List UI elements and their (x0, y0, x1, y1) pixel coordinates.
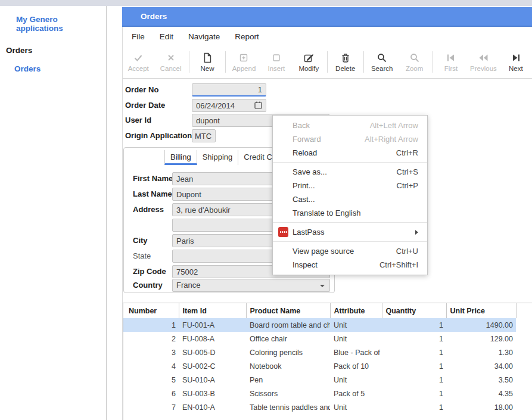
insert-button[interactable]: Insert (260, 52, 293, 72)
sidebar: My Genero applications Orders Orders (0, 6, 107, 420)
sidebar-group-orders[interactable]: Orders (6, 46, 106, 55)
window-titlebar: Orders (122, 7, 532, 27)
lastpass-icon (278, 227, 288, 237)
rewind-icon (478, 52, 489, 63)
check-icon (133, 52, 144, 63)
column-header-stub (516, 303, 532, 318)
table-header-row: Number Item Id Product Name Attribute Qu… (123, 303, 532, 318)
last-name-label: Last Name (133, 188, 172, 201)
zoom-button[interactable]: Zoom (398, 52, 430, 72)
table-row[interactable]: 7 EN-010-A Table tennis paddles and Unit… (123, 400, 532, 414)
column-header-number[interactable]: Number (123, 303, 179, 318)
modify-button[interactable]: Modify (293, 52, 325, 72)
next-button[interactable]: Next (500, 52, 532, 72)
sidebar-item-orders[interactable]: Orders (14, 64, 106, 73)
menu-edit[interactable]: Edit (158, 30, 175, 43)
first-button[interactable]: First (435, 52, 467, 72)
append-button[interactable]: Append (228, 52, 260, 72)
context-menu-item-print[interactable]: Print... Ctrl+P (273, 179, 427, 192)
column-header-attribute[interactable]: Attribute (330, 303, 382, 318)
plus-box-icon (238, 52, 249, 63)
city-label: City (133, 234, 148, 247)
skip-first-icon (446, 52, 456, 63)
country-select[interactable]: France (172, 279, 330, 292)
shortcut: Ctrl+S (397, 167, 418, 176)
order-no-input[interactable] (192, 83, 266, 97)
new-button[interactable]: New (191, 52, 223, 72)
table-row[interactable]: 6 SU-003-B Scissors Pack of 5 1 4.35 (123, 387, 532, 400)
order-no-label: Order No (125, 83, 158, 97)
address-label: Address (133, 203, 164, 216)
origin-application-input[interactable] (192, 129, 216, 142)
tab-shipping[interactable]: Shipping (197, 150, 239, 165)
context-menu-item-translate[interactable]: Translate to English (273, 206, 427, 220)
table-row[interactable]: 4 SU-002-C Notebook Pack of 10 1 34.00 (123, 359, 532, 373)
menu-file[interactable]: File (130, 30, 147, 43)
menu-separator (273, 162, 427, 163)
context-menu-item-save-as[interactable]: Save as... Ctrl+S (273, 165, 427, 179)
zip-code-label: Zip Code (133, 265, 166, 278)
first-name-label: First Name (133, 172, 173, 185)
search-button[interactable]: Search (366, 52, 398, 72)
chevron-down-icon (320, 285, 325, 287)
context-menu-item-back[interactable]: Back Alt+Left Arrow (273, 119, 427, 132)
order-lines-table: Number Item Id Product Name Attribute Qu… (123, 303, 532, 420)
new-document-icon (202, 52, 213, 63)
window-top-strip (0, 0, 532, 6)
toolbar: Accept Cancel New Append Insert Modify D… (122, 46, 532, 79)
context-menu-item-view-page-source[interactable]: View page source Ctrl+U (273, 244, 427, 258)
sidebar-title-link[interactable]: My Genero applications (16, 15, 106, 33)
shortcut: Ctrl+Shift+I (379, 260, 418, 269)
column-header-unit-price[interactable]: Unit Price (446, 303, 516, 318)
delete-button[interactable]: Delete (329, 52, 362, 72)
table-row[interactable]: 5 SU-010-A Pen Unit 1 3.50 (123, 373, 532, 387)
x-icon (166, 52, 176, 63)
toolbar-separator (433, 51, 433, 73)
column-header-item-id[interactable]: Item Id (179, 303, 246, 318)
shortcut: Ctrl+R (396, 148, 418, 157)
column-header-quantity[interactable]: Quantity (382, 303, 446, 318)
menu-report[interactable]: Report (233, 30, 261, 43)
magnifier-icon (377, 52, 387, 63)
shortcut: Alt+Left Arrow (370, 121, 418, 130)
shortcut: Ctrl+U (396, 247, 418, 256)
context-menu-item-forward[interactable]: Forward Alt+Right Arrow (273, 132, 427, 146)
state-label: State (133, 250, 151, 263)
column-header-product-name[interactable]: Product Name (246, 303, 330, 318)
page-title: Orders (141, 12, 167, 21)
menu-separator (273, 241, 427, 242)
table-row[interactable]: 1 FU-001-A Board room table and ch Unit … (123, 318, 532, 332)
shortcut: Alt+Right Arrow (365, 135, 418, 144)
tab-strip: Billing Shipping Credit Card (164, 150, 290, 165)
table-row[interactable]: 3 SU-005-D Coloring pencils Blue - Pack … (123, 346, 532, 359)
cancel-button[interactable]: Cancel (154, 52, 186, 72)
toolbar-separator (189, 51, 189, 73)
context-menu-item-lastpass[interactable]: LastPass (273, 225, 427, 239)
magnifier-icon (409, 52, 420, 63)
order-date-label: Order Date (125, 99, 165, 112)
calendar-icon[interactable] (254, 101, 263, 112)
context-menu-item-reload[interactable]: Reload Ctrl+R (273, 146, 427, 160)
toolbar-separator (327, 51, 328, 73)
submenu-arrow-icon (415, 230, 418, 235)
tab-billing[interactable]: Billing (164, 150, 197, 165)
origin-application-label: Origin Application (125, 129, 192, 142)
table-row[interactable]: 2 FU-008-A Office chair Unit 1 129.00 (123, 332, 532, 346)
edit-icon (303, 52, 314, 63)
trash-icon (340, 52, 351, 63)
context-menu-item-inspect[interactable]: Inspect Ctrl+Shift+I (273, 258, 427, 272)
country-label: Country (133, 279, 163, 292)
user-id-label: User Id (125, 114, 151, 127)
accept-button[interactable]: Accept (122, 52, 154, 72)
square-icon (271, 52, 282, 63)
shortcut: Ctrl+P (397, 181, 418, 190)
menubar: File Edit Navigate Report (122, 27, 532, 46)
toolbar-separator (225, 51, 226, 73)
menu-separator (273, 222, 427, 223)
menu-navigate[interactable]: Navigate (186, 30, 222, 43)
browser-context-menu: Back Alt+Left Arrow Forward Alt+Right Ar… (272, 115, 428, 275)
context-menu-item-cast[interactable]: Cast... (273, 192, 427, 206)
skip-next-icon (511, 52, 521, 63)
toolbar-separator (363, 51, 364, 73)
previous-button[interactable]: Previous (467, 52, 499, 72)
